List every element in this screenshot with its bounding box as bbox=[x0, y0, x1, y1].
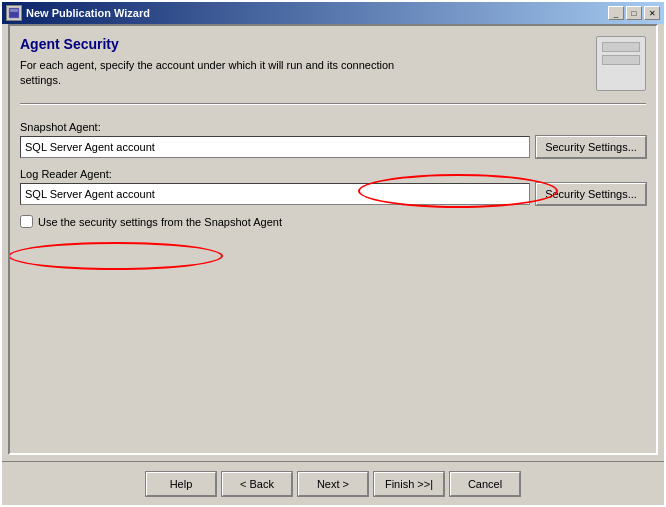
close-button[interactable]: ✕ bbox=[644, 6, 660, 20]
inner-frame: Agent Security For each agent, specify t… bbox=[8, 24, 658, 455]
title-bar: New Publication Wizard _ □ ✕ bbox=[2, 2, 664, 24]
separator bbox=[20, 103, 646, 105]
log-reader-agent-row: Security Settings... bbox=[20, 183, 646, 205]
snapshot-agent-input[interactable] bbox=[20, 136, 530, 158]
window-title: New Publication Wizard bbox=[26, 7, 150, 19]
page-description: For each agent, specify the account unde… bbox=[20, 58, 596, 89]
log-reader-agent-label: Log Reader Agent: bbox=[20, 168, 646, 180]
log-reader-agent-input[interactable] bbox=[20, 183, 530, 205]
page-title: Agent Security bbox=[20, 36, 596, 52]
use-security-settings-row: Use the security settings from the Snaps… bbox=[20, 215, 646, 228]
header-section: Agent Security For each agent, specify t… bbox=[20, 36, 646, 91]
header-text: Agent Security For each agent, specify t… bbox=[20, 36, 596, 89]
log-reader-agent-security-button[interactable]: Security Settings... bbox=[536, 183, 646, 205]
title-bar-left: New Publication Wizard bbox=[6, 5, 150, 21]
server-graphic bbox=[596, 36, 646, 91]
form-area: Snapshot Agent: Security Settings... Log… bbox=[20, 113, 646, 236]
cancel-button[interactable]: Cancel bbox=[450, 472, 520, 496]
title-controls: _ □ ✕ bbox=[608, 6, 660, 20]
svg-rect-1 bbox=[10, 9, 18, 12]
minimize-button[interactable]: _ bbox=[608, 6, 624, 20]
snapshot-agent-group: Snapshot Agent: Security Settings... bbox=[20, 121, 646, 158]
next-button[interactable]: Next > bbox=[298, 472, 368, 496]
snapshot-agent-row: Security Settings... bbox=[20, 136, 646, 158]
bottom-bar: Help < Back Next > Finish >>| Cancel bbox=[2, 461, 664, 505]
use-security-settings-checkbox[interactable] bbox=[20, 215, 33, 228]
snapshot-agent-label: Snapshot Agent: bbox=[20, 121, 646, 133]
log-reader-agent-group: Log Reader Agent: Security Settings... bbox=[20, 168, 646, 205]
use-security-settings-label: Use the security settings from the Snaps… bbox=[38, 216, 282, 228]
annotation-circle-checkbox bbox=[8, 242, 223, 270]
finish-button[interactable]: Finish >>| bbox=[374, 472, 444, 496]
main-panel: Agent Security For each agent, specify t… bbox=[2, 24, 664, 505]
window-icon bbox=[6, 5, 22, 21]
snapshot-agent-security-button[interactable]: Security Settings... bbox=[536, 136, 646, 158]
maximize-button[interactable]: □ bbox=[626, 6, 642, 20]
back-button[interactable]: < Back bbox=[222, 472, 292, 496]
main-window: New Publication Wizard _ □ ✕ Agent Secur… bbox=[0, 0, 666, 507]
help-button[interactable]: Help bbox=[146, 472, 216, 496]
